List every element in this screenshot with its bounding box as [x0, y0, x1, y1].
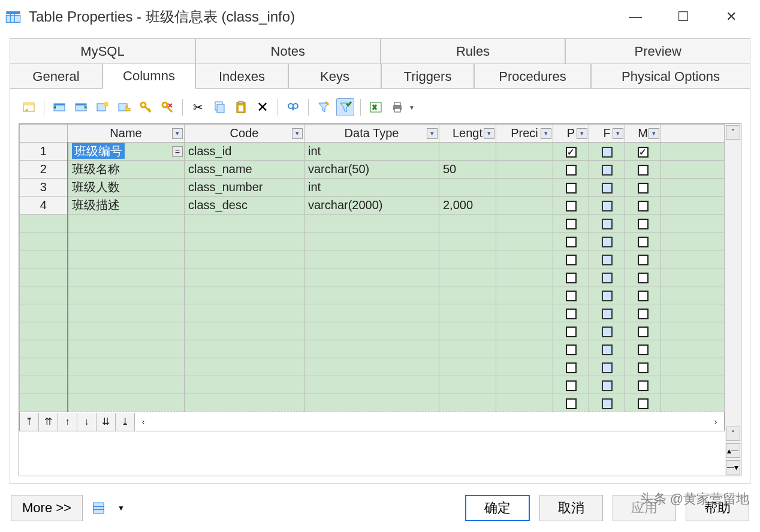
cell-f[interactable] [589, 161, 625, 179]
move-up-far-icon[interactable]: ⇈ [39, 413, 58, 431]
cell-f[interactable] [589, 179, 625, 197]
checkbox[interactable] [566, 183, 577, 194]
table-row[interactable]: 1班级编号=class_idint [20, 143, 725, 161]
table-row[interactable] [20, 214, 725, 232]
checkbox[interactable] [638, 362, 649, 373]
cell-m[interactable] [625, 286, 661, 304]
checkbox[interactable] [566, 380, 577, 391]
cell-length[interactable] [439, 376, 496, 394]
dropdown-icon[interactable] [172, 128, 183, 139]
tab-general[interactable]: General [10, 64, 102, 89]
cell-m[interactable] [625, 358, 661, 376]
checkbox[interactable] [566, 147, 577, 158]
checkbox[interactable] [566, 165, 577, 176]
cell-name[interactable]: 班级描述 [68, 197, 185, 214]
cell-datatype[interactable] [304, 304, 439, 322]
cell-name[interactable] [68, 214, 185, 232]
cell-code[interactable]: class_desc [185, 197, 304, 214]
header-f[interactable]: F [589, 125, 625, 143]
dropdown-icon[interactable] [541, 128, 551, 139]
cell-code[interactable] [185, 250, 304, 268]
row-number[interactable]: 3 [20, 179, 68, 197]
checkbox[interactable] [602, 327, 613, 337]
tab-indexes[interactable]: Indexes [195, 64, 288, 89]
checkbox[interactable] [566, 362, 577, 373]
row-number[interactable] [20, 394, 68, 412]
cell-name[interactable] [68, 394, 185, 412]
cell-p[interactable] [553, 394, 589, 412]
horizontal-scrollbar[interactable]: ‹ › [135, 416, 724, 428]
cell-precision[interactable] [496, 214, 553, 232]
checkbox[interactable] [566, 327, 577, 337]
checkbox[interactable] [602, 201, 613, 211]
scroll-collapse-up-icon[interactable]: ▴ [726, 443, 740, 458]
cell-name[interactable]: 班级编号= [68, 143, 185, 161]
move-down-icon[interactable]: ↓ [77, 413, 96, 431]
cell-datatype[interactable] [304, 340, 439, 358]
checkbox[interactable] [602, 147, 613, 158]
cell-precision[interactable] [496, 268, 553, 286]
cell-f[interactable] [589, 286, 625, 304]
cell-precision[interactable] [496, 304, 553, 322]
cell-m[interactable] [625, 179, 661, 197]
cell-m[interactable] [625, 232, 661, 250]
row-number[interactable] [20, 322, 68, 340]
checkbox[interactable] [566, 273, 577, 283]
row-number[interactable]: 4 [20, 197, 68, 214]
row-number[interactable] [20, 340, 68, 358]
cell-m[interactable] [625, 143, 661, 161]
cell-m[interactable] [625, 197, 661, 214]
row-number[interactable]: 2 [20, 161, 68, 179]
table-row[interactable] [20, 394, 725, 412]
table-row[interactable] [20, 268, 725, 286]
vertical-scrollbar[interactable]: ˄ ˅ ▴ ▾ [725, 123, 741, 476]
key-icon[interactable] [137, 98, 155, 116]
checkbox[interactable] [638, 183, 649, 194]
move-up-icon[interactable]: ↑ [58, 413, 77, 431]
cell-m[interactable] [625, 214, 661, 232]
minimize-button[interactable]: — [623, 5, 647, 29]
checkbox[interactable] [638, 309, 649, 319]
header-blank[interactable] [20, 125, 68, 143]
scroll-left-icon[interactable]: ‹ [137, 416, 149, 428]
table-open-icon[interactable] [115, 98, 133, 116]
checkbox[interactable] [602, 183, 613, 194]
checkbox[interactable] [638, 147, 649, 158]
find-icon[interactable] [284, 98, 302, 116]
cell-datatype[interactable] [304, 286, 439, 304]
cell-p[interactable] [553, 143, 589, 161]
cell-f[interactable] [589, 394, 625, 412]
move-top-icon[interactable]: ⤒ [20, 413, 39, 431]
cell-p[interactable] [553, 250, 589, 268]
print-dropdown-icon[interactable]: ▼ [409, 104, 415, 111]
cell-p[interactable] [553, 268, 589, 286]
checkbox[interactable] [602, 255, 613, 265]
cell-datatype[interactable]: int [304, 143, 439, 161]
cell-datatype[interactable] [304, 268, 439, 286]
cell-f[interactable] [589, 376, 625, 394]
cell-f[interactable] [589, 214, 625, 232]
cell-precision[interactable] [496, 197, 553, 214]
table-row[interactable]: 2班级名称class_namevarchar(50)50 [20, 161, 725, 179]
cell-f[interactable] [589, 143, 625, 161]
cell-f[interactable] [589, 268, 625, 286]
checkbox[interactable] [566, 219, 577, 229]
maximize-button[interactable]: ☐ [671, 5, 695, 29]
preview-dropdown-icon[interactable]: ▼ [117, 504, 125, 512]
cell-datatype[interactable] [304, 322, 439, 340]
checkbox[interactable] [566, 344, 577, 355]
cell-precision[interactable] [496, 161, 553, 179]
cell-precision[interactable] [496, 286, 553, 304]
table-row[interactable]: 4班级描述class_descvarchar(2000)2,000 [20, 197, 725, 214]
cell-p[interactable] [553, 161, 589, 179]
checkbox[interactable] [638, 201, 649, 211]
checkbox[interactable] [638, 219, 649, 229]
cell-p[interactable] [553, 179, 589, 197]
cell-name[interactable]: 班级名称 [68, 161, 185, 179]
copy-icon[interactable] [210, 98, 228, 116]
key-delete-icon[interactable] [158, 98, 176, 116]
table-row[interactable] [20, 304, 725, 322]
checkbox[interactable] [566, 291, 577, 301]
cell-length[interactable] [439, 358, 496, 376]
cell-f[interactable] [589, 322, 625, 340]
